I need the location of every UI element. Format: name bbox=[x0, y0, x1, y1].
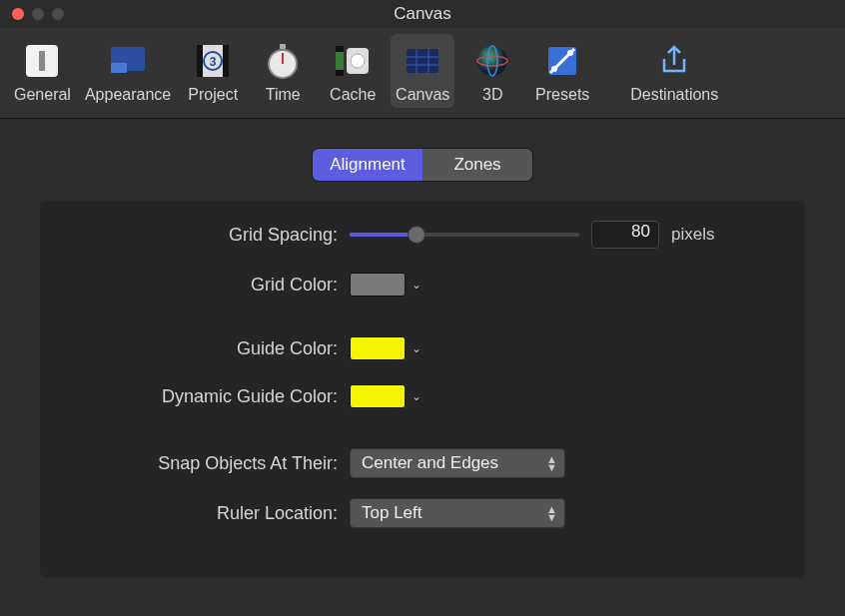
alignment-panel: Grid Spacing: 80 pixels Grid Color: ⌄ bbox=[40, 201, 805, 578]
dynamic-guide-color-label: Dynamic Guide Color: bbox=[70, 386, 350, 407]
chevron-down-icon: ⌄ bbox=[412, 278, 422, 292]
svg-rect-10 bbox=[280, 44, 286, 49]
grid-spacing-slider[interactable] bbox=[350, 226, 579, 244]
grid-color-label: Grid Color: bbox=[70, 275, 350, 296]
display-icon bbox=[105, 38, 151, 84]
svg-point-28 bbox=[567, 50, 573, 56]
svg-rect-17 bbox=[407, 49, 438, 73]
snap-objects-popup[interactable]: Center and Edges ▲▼ bbox=[350, 448, 565, 478]
preferences-toolbar: General Appearance 3 Project Time Cache … bbox=[0, 28, 845, 119]
grid-spacing-label: Grid Spacing: bbox=[70, 225, 350, 246]
svg-point-27 bbox=[551, 66, 557, 72]
subtab-zones[interactable]: Zones bbox=[422, 149, 532, 181]
switch-icon bbox=[19, 38, 65, 84]
tab-canvas[interactable]: Canvas bbox=[391, 34, 454, 108]
chevron-down-icon: ⌄ bbox=[412, 389, 422, 403]
dynamic-guide-color-well[interactable]: ⌄ bbox=[350, 384, 422, 408]
window-title: Canvas bbox=[0, 4, 845, 24]
zoom-window-button[interactable] bbox=[52, 8, 64, 20]
svg-point-22 bbox=[477, 46, 507, 76]
tab-cache[interactable]: Cache bbox=[321, 34, 385, 108]
grid-spacing-field[interactable]: 80 bbox=[591, 221, 659, 249]
tab-time[interactable]: Time bbox=[251, 34, 315, 108]
cache-icon bbox=[330, 38, 376, 84]
svg-rect-14 bbox=[336, 70, 344, 76]
canvas-grid-icon bbox=[400, 38, 445, 84]
chevron-down-icon: ⌄ bbox=[412, 341, 422, 355]
svg-rect-1 bbox=[39, 51, 45, 71]
popup-arrows-icon: ▲▼ bbox=[546, 505, 557, 521]
ruler-location-label: Ruler Location: bbox=[70, 503, 350, 524]
subtab-alignment[interactable]: Alignment bbox=[313, 149, 422, 181]
canvas-subtab-segmented: Alignment Zones bbox=[313, 149, 532, 181]
svg-rect-6 bbox=[223, 45, 229, 77]
grid-color-well[interactable]: ⌄ bbox=[350, 273, 422, 297]
presets-icon bbox=[539, 38, 585, 84]
tab-presets[interactable]: Presets bbox=[530, 34, 594, 108]
canvas-preferences-content: Alignment Zones Grid Spacing: 80 pixels … bbox=[0, 119, 845, 608]
snap-objects-label: Snap Objects At Their: bbox=[70, 453, 350, 474]
film-countdown-icon: 3 bbox=[190, 38, 236, 84]
stopwatch-icon bbox=[260, 38, 306, 84]
tab-appearance[interactable]: Appearance bbox=[81, 34, 175, 108]
guide-color-well[interactable]: ⌄ bbox=[350, 336, 422, 360]
share-icon bbox=[651, 38, 697, 84]
ruler-location-popup[interactable]: Top Left ▲▼ bbox=[350, 498, 565, 528]
popup-arrows-icon: ▲▼ bbox=[546, 455, 557, 471]
tab-project[interactable]: 3 Project bbox=[181, 34, 245, 108]
guide-color-label: Guide Color: bbox=[70, 338, 350, 359]
tab-general[interactable]: General bbox=[10, 34, 75, 108]
minimize-window-button[interactable] bbox=[32, 8, 44, 20]
sphere-3d-icon bbox=[469, 38, 515, 84]
window-controls bbox=[0, 8, 64, 20]
tab-3d[interactable]: 3D bbox=[460, 34, 524, 108]
svg-rect-5 bbox=[197, 45, 203, 77]
tab-destinations[interactable]: Destinations bbox=[626, 34, 722, 108]
svg-rect-13 bbox=[336, 46, 344, 52]
close-window-button[interactable] bbox=[12, 8, 24, 20]
svg-rect-3 bbox=[111, 63, 127, 73]
svg-text:3: 3 bbox=[210, 55, 217, 69]
titlebar: Canvas bbox=[0, 0, 845, 28]
svg-point-16 bbox=[351, 54, 365, 68]
grid-spacing-unit: pixels bbox=[671, 225, 714, 245]
